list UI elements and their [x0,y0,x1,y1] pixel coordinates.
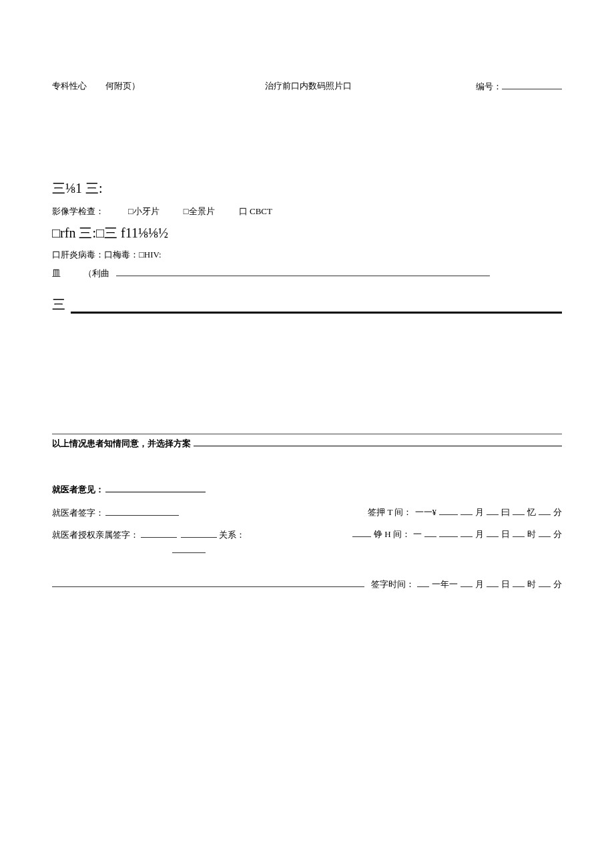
unit-month-1: 月 [475,506,484,518]
bold-rule-row: 三 [52,296,562,314]
unit-hour-2: 时 [527,528,536,540]
patient-sign-year-input[interactable] [439,507,458,515]
patient-sign-row: 就医者签字： 签押 T 间： 一一¥ 月 曰 忆 分 [52,506,562,519]
virus-row: 口肝炎病毒：口梅毒：□HIV: [52,249,562,261]
imaging-opt-cbct[interactable]: 口 CBCT [239,206,272,216]
unit-day-2: 日 [501,528,510,540]
final-sign-time-pre: 一年一 [432,578,458,590]
section-heading-1-text: 三⅛1 三: [52,181,103,195]
final-sign-row: 签字时间： 一年一 月 日 时 分 [52,578,562,590]
final-sign-day-input[interactable] [487,579,499,587]
patient-sign-left: 就医者签字： [52,506,179,519]
consent-text: 以上情况患者知情同意，并选择方案 [52,438,191,450]
virus-hiv[interactable]: □HIV: [139,250,162,260]
imaging-opt-panoramic[interactable]: □全景片 [184,206,215,216]
imaging-label: 影像学检查： [52,206,104,216]
unit-minute-2: 分 [553,528,562,540]
doc-number-label: 编号： [476,81,502,93]
section-heading-2-text: □rfn 三:□三 f11⅛⅛½ [52,226,168,240]
unit-month-3: 月 [475,578,484,590]
final-sign-minute-input[interactable] [539,579,551,587]
patient-sign-time-pre: 一一¥ [415,506,437,518]
final-sign-month-input[interactable] [460,579,473,587]
relative-sign-gap-input[interactable] [439,529,458,537]
consent-plan-input[interactable] [194,437,562,446]
bold-rule-label: 三 [52,296,65,314]
virus-syphilis[interactable]: 口梅毒： [104,250,139,260]
unit-day-3: 日 [501,578,510,590]
unit-month-2: 月 [475,528,484,540]
unit-hour-1: 忆 [527,506,536,518]
final-sign-rule[interactable] [52,579,364,587]
bold-rule-input[interactable] [71,302,562,314]
section-heading-1: 三⅛1 三: [52,179,562,197]
patient-sign-hour-input[interactable] [513,507,525,515]
relative-sign-minute-input[interactable] [539,529,551,537]
patient-sign-minute-input[interactable] [539,507,551,515]
relative-sign-input-2[interactable] [181,528,217,538]
relative-sign-input-1[interactable] [141,528,177,538]
relative-sign-month-input[interactable] [460,529,473,537]
relative-sign-time-pre: 一 [413,528,422,540]
final-sign-time-label: 签字时间： [371,578,414,590]
unit-hour-3: 时 [527,578,536,590]
header-row: 专科性心 何附页） 治疗前口内数码照片口 编号： [52,80,562,93]
patient-sign-day-input[interactable] [487,507,499,515]
section-heading-2: □rfn 三:□三 f11⅛⅛½ [52,224,562,242]
final-sign-year-input[interactable] [417,579,429,587]
unit-minute-1: 分 [553,506,562,518]
patient-sign-input[interactable] [105,506,179,516]
final-sign-hour-input[interactable] [513,579,525,587]
relative-sign-time: 铮 H 间： 一 月 日 时 分 [352,528,562,553]
header-text-1: 专科性心 [52,80,87,93]
patient-sign-label: 就医者签字： [52,507,104,519]
relative-sign-hour-input[interactable] [513,529,525,537]
relative-sign-left: 就医者授权亲属签字： 关系： [52,528,245,553]
patient-sign-month-input[interactable] [460,507,473,515]
patient-sign-time: 签押 T 间： 一一¥ 月 曰 忆 分 [368,506,562,519]
divider-1 [52,434,562,434]
doc-number-input[interactable] [502,80,562,89]
page-root: 专科性心 何附页） 治疗前口内数码照片口 编号： 三⅛1 三: 影像学检查：□小… [0,0,614,590]
final-sign-time: 签字时间： 一年一 月 日 时 分 [371,578,562,590]
relative-relation-input[interactable] [172,544,206,553]
opinion-label: 就医者意见： [52,484,104,494]
relative-sign-row: 就医者授权亲属签字： 关系： 铮 H 间： 一 月 日 时 分 [52,528,562,553]
header-center: 治疗前口内数码照片口 [265,80,352,93]
blood-label-1: 皿 [52,268,61,280]
relative-sign-time-label: 铮 H 间： [374,528,410,540]
imaging-row: 影像学检查：□小牙片□全景片口 CBCT [52,205,562,218]
header-right: 编号： [476,80,562,93]
header-text-2: 何附页） [105,80,140,93]
header-left: 专科性心 何附页） [52,80,140,93]
consent-line: 以上情况患者知情同意，并选择方案 [52,437,562,450]
blood-row: 皿 （利曲 [52,268,562,280]
opinion-input[interactable] [105,483,206,492]
unit-day-1: 曰 [501,506,510,518]
unit-minute-3: 分 [553,578,562,590]
imaging-opt-periapical[interactable]: □小牙片 [128,206,160,216]
virus-hepatitis[interactable]: 口肝炎病毒： [52,250,104,260]
blood-label-2: （利曲 [83,268,109,280]
relative-relation-label: 关系： [219,529,245,541]
relative-sign-pre-input[interactable] [352,529,371,537]
relative-sign-year-input[interactable] [424,529,436,537]
blood-input[interactable] [116,268,490,276]
patient-sign-time-label: 签押 T 间： [368,506,412,518]
opinion-line: 就医者意见： [52,483,562,496]
relative-sign-day-input[interactable] [487,529,499,537]
relative-sign-label: 就医者授权亲属签字： [52,529,139,541]
